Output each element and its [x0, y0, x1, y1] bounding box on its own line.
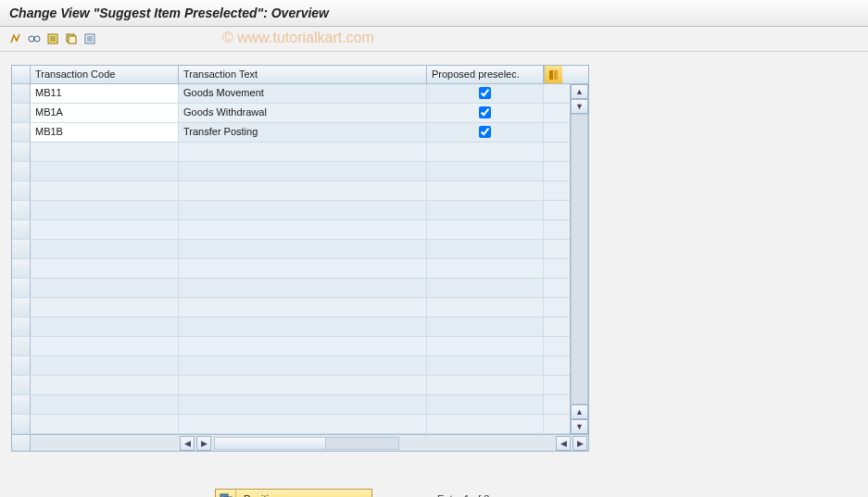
table-row[interactable]: [12, 259, 570, 279]
row-selector[interactable]: [12, 395, 31, 414]
cell-text: [179, 337, 427, 355]
vertical-scrollbar[interactable]: ▲ ▼ ▲ ▼: [570, 84, 588, 434]
cell-proposed[interactable]: [427, 181, 544, 200]
row-selector[interactable]: [12, 84, 31, 103]
hscroll-right-icon[interactable]: ▶: [196, 436, 211, 451]
table-row[interactable]: [12, 415, 570, 434]
table-row[interactable]: [12, 240, 570, 259]
toggle-icon[interactable]: [7, 31, 24, 47]
table-row[interactable]: [12, 143, 570, 162]
cell-proposed[interactable]: [427, 415, 544, 433]
scroll-down-icon[interactable]: ▼: [571, 99, 588, 114]
cell-code[interactable]: MB11: [31, 84, 179, 103]
cell-code[interactable]: [31, 240, 179, 258]
cell-proposed[interactable]: [427, 220, 544, 239]
row-selector[interactable]: [12, 259, 31, 278]
table-row[interactable]: [12, 337, 570, 356]
cell-code[interactable]: MB1A: [31, 104, 179, 122]
scroll-down2-icon[interactable]: ▼: [571, 419, 588, 434]
table-row[interactable]: [12, 298, 570, 317]
cell-code[interactable]: [31, 162, 179, 180]
row-selector[interactable]: [12, 143, 31, 161]
table-row[interactable]: [12, 376, 570, 395]
glasses-icon[interactable]: [26, 31, 43, 47]
row-selector[interactable]: [12, 279, 31, 297]
proposed-checkbox[interactable]: [479, 87, 491, 99]
cell-proposed[interactable]: [427, 201, 544, 219]
new-entries-icon[interactable]: [44, 31, 61, 47]
row-selector[interactable]: [12, 415, 31, 433]
cell-proposed[interactable]: [427, 240, 544, 258]
row-selector[interactable]: [12, 356, 31, 375]
cell-proposed[interactable]: [427, 395, 544, 414]
cell-code[interactable]: [31, 143, 179, 161]
cell-code[interactable]: [31, 181, 179, 200]
copy-icon[interactable]: [63, 31, 80, 47]
cell-proposed[interactable]: [427, 298, 544, 317]
hscroll-left2-icon[interactable]: ◀: [556, 436, 571, 451]
cell-code[interactable]: [31, 259, 179, 278]
row-selector[interactable]: [12, 376, 31, 394]
horizontal-scrollbar[interactable]: ◀ ▶ ◀ ▶: [12, 434, 588, 451]
cell-code[interactable]: MB1B: [31, 123, 179, 142]
cell-code[interactable]: [31, 337, 179, 355]
cell-code[interactable]: [31, 395, 179, 414]
select-all-corner[interactable]: [12, 66, 31, 83]
scroll-up-icon[interactable]: ▲: [571, 84, 588, 99]
row-selector[interactable]: [12, 162, 31, 180]
row-selector[interactable]: [12, 201, 31, 219]
table-row[interactable]: [12, 220, 570, 240]
table-row[interactable]: [12, 162, 570, 181]
row-selector[interactable]: [12, 337, 31, 355]
cell-code[interactable]: [31, 317, 179, 336]
row-selector[interactable]: [12, 220, 31, 239]
cell-proposed[interactable]: [427, 376, 544, 394]
row-selector[interactable]: [12, 240, 31, 258]
table-config-icon[interactable]: [544, 66, 562, 83]
cell-code[interactable]: [31, 298, 179, 317]
cell-proposed[interactable]: [427, 143, 544, 161]
table-row[interactable]: [12, 181, 570, 201]
row-selector[interactable]: [12, 298, 31, 317]
cell-code[interactable]: [31, 201, 179, 219]
cell-proposed[interactable]: [427, 279, 544, 297]
table-row[interactable]: [12, 356, 570, 376]
cell-code[interactable]: [31, 279, 179, 297]
scroll-track[interactable]: [571, 114, 588, 404]
cell-proposed[interactable]: [427, 337, 544, 355]
hscroll-right2-icon[interactable]: ▶: [572, 436, 587, 451]
cell-code[interactable]: [31, 356, 179, 375]
hscroll-track[interactable]: [214, 437, 399, 450]
row-selector[interactable]: [12, 123, 31, 142]
table-row[interactable]: MB1AGoods Withdrawal: [12, 104, 570, 123]
hscroll-left-icon[interactable]: ◀: [180, 436, 195, 451]
table-row[interactable]: [12, 201, 570, 220]
cell-proposed[interactable]: [427, 84, 544, 103]
table-row[interactable]: MB11Goods Movement: [12, 84, 570, 104]
cell-proposed[interactable]: [427, 317, 544, 336]
hscroll-thumb[interactable]: [215, 438, 326, 449]
cell-code[interactable]: [31, 415, 179, 433]
cell-code[interactable]: [31, 376, 179, 394]
cell-proposed[interactable]: [427, 162, 544, 180]
cell-proposed[interactable]: [427, 356, 544, 375]
cell-proposed[interactable]: [427, 123, 544, 142]
proposed-checkbox[interactable]: [479, 126, 491, 138]
cell-proposed[interactable]: [427, 104, 544, 122]
column-header-text[interactable]: Transaction Text: [179, 66, 427, 83]
table-row[interactable]: MB1BTransfer Posting: [12, 123, 570, 143]
column-header-proposed[interactable]: Proposed preselec.: [427, 66, 544, 83]
cell-proposed[interactable]: [427, 259, 544, 278]
row-selector[interactable]: [12, 104, 31, 122]
proposed-checkbox[interactable]: [479, 106, 491, 118]
scroll-up2-icon[interactable]: ▲: [571, 404, 588, 419]
cell-code[interactable]: [31, 220, 179, 239]
table-row[interactable]: [12, 279, 570, 298]
table-row[interactable]: [12, 317, 570, 337]
row-selector[interactable]: [12, 181, 31, 200]
column-header-code[interactable]: Transaction Code: [31, 66, 179, 83]
table-row[interactable]: [12, 395, 570, 415]
delete-icon[interactable]: [82, 31, 98, 47]
position-button[interactable]: Position...: [215, 489, 372, 497]
row-selector[interactable]: [12, 317, 31, 336]
